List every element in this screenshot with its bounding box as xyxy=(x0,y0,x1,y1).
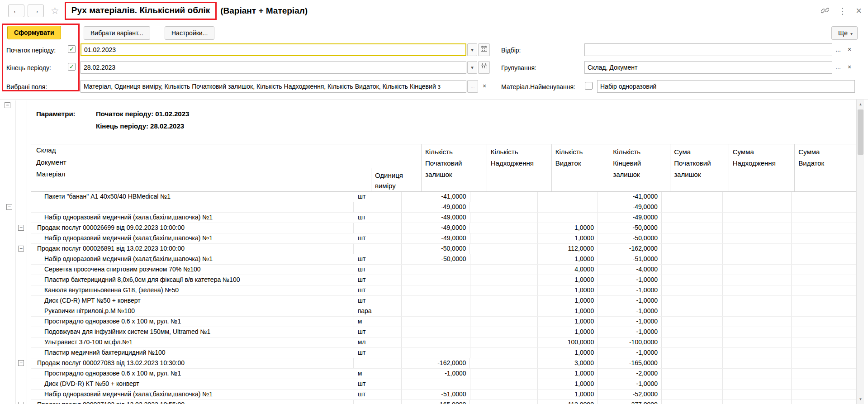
cell-qo[interactable]: 1,0000 xyxy=(538,275,598,285)
cell-so[interactable] xyxy=(792,213,856,223)
cell-qo[interactable]: 1,0000 xyxy=(538,254,598,264)
cell-qe[interactable]: -49,0000 xyxy=(598,213,662,223)
cell-qb[interactable] xyxy=(402,379,470,389)
cell-si[interactable] xyxy=(723,275,792,285)
cell-si[interactable] xyxy=(723,254,792,264)
cell-si[interactable] xyxy=(723,202,792,212)
tree-expander-icon[interactable]: − xyxy=(18,360,24,366)
cell-qi[interactable] xyxy=(470,400,537,404)
table-row[interactable]: Простирадло одноразове 0.6 х 100 м, рул.… xyxy=(31,369,856,379)
cell-unit[interactable] xyxy=(354,244,402,254)
close-icon[interactable]: × xyxy=(856,6,862,15)
cell-so[interactable] xyxy=(792,296,856,306)
cell-name[interactable]: Набір одноразовий медичний (халат,бахіли… xyxy=(31,254,354,264)
cell-sb[interactable] xyxy=(662,202,723,212)
table-row[interactable]: Набір одноразовий медичний (халат,бахіли… xyxy=(31,233,856,244)
table-row[interactable]: Рукавички нітрилові,р.M №100пара1,0000-1… xyxy=(31,306,856,317)
choose-variant-button[interactable]: Вибрати варіант... xyxy=(84,26,150,40)
cell-qe[interactable]: -1,0000 xyxy=(598,306,662,316)
cell-qi[interactable] xyxy=(470,254,538,264)
cell-qo[interactable]: 1,0000 xyxy=(538,223,598,233)
cell-qe[interactable]: -1,0000 xyxy=(598,275,662,285)
cell-unit[interactable]: шт xyxy=(354,192,402,202)
cell-unit[interactable] xyxy=(354,202,402,212)
table-row[interactable]: Набір одноразовий медичний (халат,бахіли… xyxy=(31,213,856,223)
cell-qo[interactable]: 1,0000 xyxy=(538,390,598,399)
selection-input[interactable] xyxy=(584,43,832,56)
cell-unit[interactable]: шт xyxy=(354,213,402,223)
cell-qe[interactable]: -1,0000 xyxy=(598,327,662,337)
cell-qb[interactable] xyxy=(402,306,470,316)
cell-so[interactable] xyxy=(792,223,856,233)
cell-sb[interactable] xyxy=(662,285,723,295)
cell-sb[interactable] xyxy=(662,327,723,337)
settings-button[interactable]: Настройки... xyxy=(165,26,214,40)
cell-unit[interactable]: шт xyxy=(354,285,402,295)
cell-qi[interactable] xyxy=(470,306,538,316)
table-row[interactable]: Пакети "банан" А1 40x50/40 HBMedical №1ш… xyxy=(31,192,856,202)
cell-qe[interactable]: -49,0000 xyxy=(598,202,662,212)
forward-button[interactable]: → xyxy=(28,5,44,17)
cell-qb[interactable]: -162,0000 xyxy=(402,358,470,368)
cell-sb[interactable] xyxy=(662,317,723,327)
table-row[interactable]: Подовжувач для інфузійних систем 150мм, … xyxy=(31,327,856,337)
cell-qb[interactable] xyxy=(402,317,470,327)
cell-sb[interactable] xyxy=(662,223,723,233)
cell-si[interactable] xyxy=(723,369,792,379)
cell-si[interactable] xyxy=(723,379,792,389)
cell-unit[interactable]: шт xyxy=(354,379,402,389)
cell-si[interactable] xyxy=(723,348,792,358)
cell-qb[interactable]: -49,0000 xyxy=(402,213,470,223)
cell-unit[interactable]: шт xyxy=(354,348,402,358)
table-row[interactable]: Серветка просочена спиртовим розчином 70… xyxy=(31,265,856,275)
cell-si[interactable] xyxy=(723,285,792,295)
cell-qo[interactable]: 1,0000 xyxy=(538,233,598,243)
cell-qb[interactable] xyxy=(402,275,470,285)
cell-sb[interactable] xyxy=(662,254,723,264)
cell-sb[interactable] xyxy=(662,369,723,379)
cell-name[interactable]: Пакети "банан" А1 40x50/40 HBMedical №1 xyxy=(31,192,354,202)
cell-so[interactable] xyxy=(792,348,856,358)
cell-name[interactable]: Подовжувач для інфузійних систем 150мм, … xyxy=(31,327,354,337)
cell-qe[interactable]: -1,0000 xyxy=(598,296,662,306)
cell-sb[interactable] xyxy=(662,400,723,404)
cell-name[interactable]: Диск (CD-R) МРТ №50 + конверт xyxy=(31,296,354,306)
cell-sb[interactable] xyxy=(662,348,723,358)
table-row[interactable]: Продаж послуг 000027083 від 13.02.2023 1… xyxy=(31,358,856,369)
cell-unit[interactable]: мл xyxy=(354,337,402,347)
cell-qe[interactable]: -1,0000 xyxy=(598,317,662,327)
cell-sb[interactable] xyxy=(662,358,723,368)
material-name-checkbox[interactable] xyxy=(585,82,593,90)
cell-si[interactable] xyxy=(723,244,792,254)
cell-si[interactable] xyxy=(723,390,792,399)
cell-unit[interactable] xyxy=(354,223,402,233)
selected-fields-input[interactable] xyxy=(81,80,466,93)
cell-unit[interactable]: шт xyxy=(354,327,402,337)
generate-button[interactable]: Сформувати xyxy=(7,26,61,39)
cell-qi[interactable] xyxy=(470,327,538,337)
tree-expander-icon[interactable]: − xyxy=(18,225,24,231)
cell-si[interactable] xyxy=(723,317,792,327)
cell-qi[interactable] xyxy=(470,296,538,306)
cell-sb[interactable] xyxy=(662,265,723,275)
period-end-input[interactable] xyxy=(81,61,466,74)
cell-name[interactable]: Набір одноразовий медичний (халат,бахіли… xyxy=(31,213,354,223)
cell-name[interactable]: Продаж послуг 000026699 від 09.02.2023 1… xyxy=(31,223,354,233)
cell-si[interactable] xyxy=(723,223,792,233)
cell-si[interactable] xyxy=(723,265,792,275)
cell-qi[interactable] xyxy=(470,379,538,389)
period-end-checkbox[interactable] xyxy=(68,63,76,71)
collapse-all-icon[interactable]: − xyxy=(5,102,10,108)
table-row[interactable]: Канюля внутришньовенна G18, (зелена) №50… xyxy=(31,285,856,296)
cell-name[interactable]: Простирадло одноразове 0.6 х 100 м, рул.… xyxy=(31,369,354,379)
cell-si[interactable] xyxy=(723,296,792,306)
cell-name[interactable]: Простирадло одноразове 0.6 х 100 м, рул.… xyxy=(31,317,354,327)
cell-sb[interactable] xyxy=(662,233,723,243)
table-row[interactable]: Продаж послуг 000026699 від 09.02.2023 1… xyxy=(31,223,856,233)
cell-qe[interactable]: -1,0000 xyxy=(598,285,662,295)
cell-unit[interactable]: шт xyxy=(354,265,402,275)
cell-qb[interactable]: -41,0000 xyxy=(402,192,470,202)
cell-qb[interactable]: -1,0000 xyxy=(402,369,470,379)
cell-so[interactable] xyxy=(792,285,856,295)
cell-qo[interactable]: 1,0000 xyxy=(538,317,598,327)
